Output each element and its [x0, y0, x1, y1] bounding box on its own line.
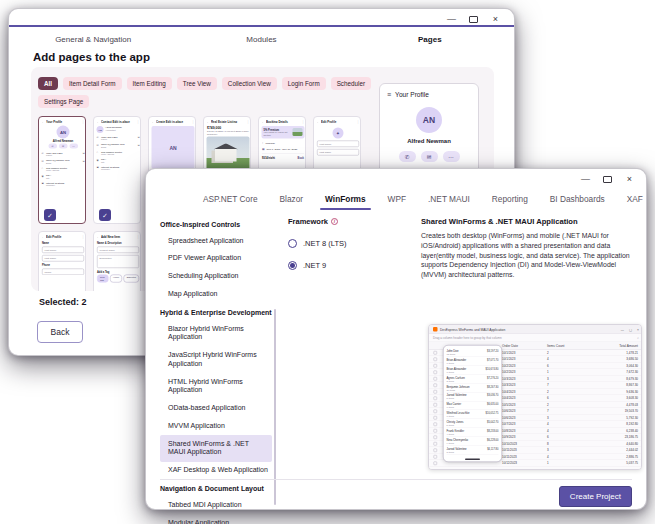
page-card-add-new-item[interactable]: ←Add New Item⋮Name & DescriptionProduct …: [93, 231, 141, 291]
profile-action-pills: ✆ ✉ ⋯: [387, 151, 471, 162]
card-checkbox check-icon[interactable]: ✓: [44, 209, 56, 221]
radio-icon[interactable]: [288, 239, 297, 248]
platform-tab-xaf[interactable]: XAF: [625, 189, 645, 211]
filter-chip-item-detail-form[interactable]: Item Detail Form: [63, 77, 122, 90]
maximize-icon[interactable]: [469, 16, 478, 23]
wizard-tab-modules[interactable]: Modules: [177, 30, 345, 49]
page-card-edit-profile[interactable]: ←Edit Profile⋮NameFirst NameLast NamePho…: [38, 231, 86, 291]
customer-total: $3,197.20: [487, 349, 499, 352]
page-card-your-profile[interactable]: ←Your Profile⋮ANAlfred Newman✆✉⋯✆(650) 5…: [38, 116, 86, 224]
copy-icon: ⧉: [138, 135, 140, 139]
framework-option-net-9[interactable]: .NET 9: [288, 261, 346, 270]
avatar: AN: [57, 126, 70, 139]
phone-icon: ✆: [42, 151, 45, 154]
customer-row: Brian Alexander7 items$7,071.70: [447, 357, 499, 366]
contact-row: ✉office.n@sample.comEmail⧉: [94, 142, 141, 150]
platform-tab-blazor[interactable]: Blazor: [278, 189, 306, 211]
tag-row: New TagHomeEssential: [97, 275, 139, 283]
sidebar-scrollbar[interactable]: [274, 309, 276, 505]
sidebar-item-odata-based-application[interactable]: OData-based Application: [160, 400, 272, 418]
cell-order-date: 10/2/2023: [502, 364, 547, 367]
card-header: ←Booking Details⋮: [259, 117, 306, 125]
card-checkbox check-icon[interactable]: ✓: [99, 209, 111, 221]
sidebar-item-modular-application[interactable]: Modular Application: [160, 514, 272, 524]
wizard-tab-pages[interactable]: Pages: [346, 30, 514, 49]
sidebar-item-map-application[interactable]: Map Application: [160, 285, 272, 303]
cell-order-date: 10/3/2023: [502, 384, 547, 387]
card-title: Create Edit in-place: [156, 120, 190, 123]
row-checkbox: [434, 448, 438, 452]
platform-tab-winforms[interactable]: WinForms: [323, 189, 368, 211]
platform-tab-net-maui[interactable]: .NET MAUI: [426, 189, 472, 211]
kebab-icon: ⋮: [137, 235, 140, 239]
sidebar-item-javascript-hybrid-winforms-application[interactable]: JavaScript Hybrid WinForms Application: [160, 347, 272, 374]
page-card-contact-edit-in-place[interactable]: ←Contact Edit in-place⋮ANAlfred NewmanAc…: [93, 116, 141, 224]
radio-icon[interactable]: [288, 261, 297, 270]
row-checkbox: [434, 357, 438, 361]
cell-total-amount: 19,503.70: [590, 410, 642, 413]
sidebar-item-shared-winforms-net-maui-application[interactable]: Shared WinForms & .NET MAUI Application: [160, 435, 272, 462]
platform-tab-reporting[interactable]: Reporting: [490, 189, 530, 211]
framework-options: .NET 8 (LTS).NET 9: [288, 239, 346, 270]
cell-order-date: 10/3/2023: [502, 377, 547, 380]
sidebar-item-html-hybrid-winforms-application[interactable]: HTML Hybrid WinForms Application: [160, 373, 272, 400]
create-project-button[interactable]: Create Project: [559, 486, 632, 507]
template-description: Creates both desktop (WinForms) and mobi…: [421, 231, 639, 280]
sidebar-item-scheduling-application[interactable]: Scheduling Application: [160, 268, 272, 286]
wizard-tab-general-navigation[interactable]: General & Navigation: [9, 30, 177, 49]
cell-total-amount: 2,886.75: [590, 455, 642, 458]
filter-chip-tree-view[interactable]: Tree View: [177, 77, 217, 90]
filter-chip-all[interactable]: All: [38, 77, 58, 90]
contact-row: ⌂795 Mission CenterWork Address: [94, 149, 141, 157]
filter-chip-settings-page[interactable]: Settings Page: [38, 95, 89, 108]
booking-footer: $614/nightBook: [262, 153, 304, 159]
sidebar-item-xaf-desktop-web-application[interactable]: XAF Desktop & Web Application: [160, 462, 272, 480]
person-icon: ✦: [333, 128, 344, 139]
platform-tab-bi-dashboards[interactable]: BI Dashboards: [548, 189, 607, 211]
avatar: AN: [416, 107, 442, 133]
contact-label: Work Address: [101, 153, 140, 156]
sidebar-item-spreadsheet-application[interactable]: Spreadsheet Application: [160, 232, 272, 250]
maximize-icon[interactable]: [603, 176, 612, 183]
card-header: ←Contact Edit in-place⋮: [94, 117, 141, 125]
kebab-icon: ⋮: [192, 120, 195, 124]
sidebar-item-mvvm-application[interactable]: MVVM Application: [160, 417, 272, 435]
contact-row: ◉USACity: [94, 157, 141, 165]
filter-chip-login-form[interactable]: Login Form: [282, 77, 326, 90]
back-arrow-icon: ←: [97, 120, 100, 123]
sidebar-item-blazor-hybrid-winforms-application[interactable]: Blazor Hybrid WinForms Application: [160, 320, 272, 347]
preview-title: Your Profile: [395, 91, 429, 98]
profile-name: Alfred Newman: [387, 138, 471, 144]
cell-order-date: 10/1/2023: [502, 358, 547, 361]
row-checkbox: [434, 396, 438, 400]
contact-label: Company: [101, 168, 140, 171]
row-checkbox: [434, 364, 438, 368]
sidebar-item-pdf-viewer-application[interactable]: PDF Viewer Application: [160, 250, 272, 268]
filter-chip-collection-view[interactable]: Collection View: [222, 77, 277, 90]
cell-total-amount: 3,608.30: [590, 397, 642, 400]
customer-items: 7 items: [447, 370, 467, 373]
platform-tab-wpf[interactable]: WPF: [386, 189, 408, 211]
customer-total: $7,276.20: [487, 376, 499, 379]
chat-icon: ⋯: [443, 151, 460, 162]
customer-items: 5 items: [447, 424, 464, 427]
sidebar-item-tabbed-mdi-application[interactable]: Tabbed MDI Application: [160, 496, 272, 514]
cell-items-count: 1: [547, 371, 590, 374]
row-checkbox: [434, 403, 438, 407]
filter-chip-scheduler[interactable]: Scheduler: [331, 77, 371, 90]
close-icon[interactable]: ×: [491, 15, 500, 24]
filter-chip-item-editing[interactable]: Item Editing: [127, 77, 172, 90]
back-button[interactable]: Back: [37, 321, 83, 343]
framework-option-net-8-lts[interactable]: .NET 8 (LTS): [288, 239, 346, 248]
accent-rule: [9, 25, 514, 27]
minimize-icon[interactable]: —: [581, 175, 590, 184]
kebab-icon: ⋮: [82, 235, 85, 239]
platform-tab-asp-net-core[interactable]: ASP.NET Core: [201, 189, 260, 211]
back-arrow-icon: ←: [97, 235, 100, 238]
close-icon[interactable]: ×: [625, 175, 634, 184]
cell-items-count: 6: [547, 364, 590, 367]
customer-row: Brian Alexander7 items$10,674.80: [447, 366, 499, 375]
minimize-icon[interactable]: —: [447, 15, 456, 24]
info-icon[interactable]: i: [331, 218, 338, 225]
phone-icon: ✆: [48, 144, 57, 149]
